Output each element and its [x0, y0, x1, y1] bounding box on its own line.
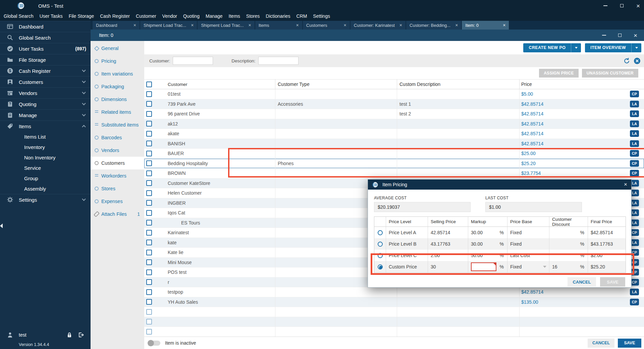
row-checkbox[interactable]: [146, 91, 152, 97]
nav-item[interactable]: General: [91, 42, 144, 55]
sidebar-item[interactable]: Cash Register: [0, 65, 91, 76]
nav-item[interactable]: Customers: [91, 157, 144, 169]
nav-item[interactable]: Item variations: [91, 67, 144, 80]
cell-selling-price[interactable]: 42.85714: [428, 227, 468, 238]
chevron-icon[interactable]: [82, 125, 86, 129]
table-row[interactable]: testpop $42.85714 LA: [144, 287, 644, 297]
menu-item[interactable]: CRM: [293, 11, 310, 21]
dialog-cancel-button[interactable]: CANCEL: [568, 277, 596, 287]
price-base-dropdown-icon[interactable]: [543, 266, 546, 268]
markup-input[interactable]: 50.00: [471, 253, 483, 258]
row-checkbox[interactable]: [146, 210, 152, 216]
tab-close-icon[interactable]: ×: [296, 22, 299, 28]
price-level-row[interactable]: Price Level A 42.85714 30.00 % Fixed: [374, 227, 626, 238]
minimize-icon[interactable]: [603, 5, 607, 6]
cell-price-base[interactable]: Last Cost: [510, 253, 530, 258]
cell-selling-price[interactable]: 30: [428, 261, 468, 272]
cell-selling-price[interactable]: 43.17763: [428, 238, 468, 250]
create-new-po-button[interactable]: CREATE NEW PO: [523, 43, 581, 52]
cancel-button[interactable]: CANCEL: [588, 339, 614, 348]
select-all-checkbox[interactable]: [146, 82, 152, 87]
tab[interactable]: Customer: Karinatest ×: [351, 21, 406, 30]
chevron-icon[interactable]: [82, 90, 86, 94]
nav-item[interactable]: Related items: [91, 106, 144, 118]
row-checkbox[interactable]: [146, 170, 152, 176]
table-row[interactable]: 739 Park Ave Accessories test 1 $42.8571…: [144, 99, 644, 109]
sidebar-item[interactable]: File Storage: [0, 54, 91, 65]
table-row[interactable]: BANISH $42.85714 LA: [144, 139, 644, 149]
menu-item[interactable]: Stores: [243, 11, 263, 21]
price-level-row[interactable]: Custom Price 30 % Fixed: [374, 261, 626, 272]
tab[interactable]: Customer: Bedding... ×: [406, 21, 461, 30]
row-checkbox[interactable]: [146, 160, 152, 166]
price-level-row[interactable]: Price Level B 43.17763 30.00 % Fixed: [374, 238, 626, 250]
tab-close-icon[interactable]: ×: [133, 22, 136, 28]
table-row[interactable]: YH Auto Sales $135.00 CP: [144, 297, 644, 307]
sidebar-item[interactable]: Group: [0, 173, 91, 184]
nav-item[interactable]: Substituted items: [91, 118, 144, 131]
cell-price-base[interactable]: Fixed: [510, 230, 522, 235]
chevron-icon[interactable]: [82, 68, 86, 72]
column-custom-description[interactable]: Custom Description: [397, 80, 519, 89]
row-checkbox[interactable]: [146, 131, 152, 137]
menu-item[interactable]: File Storage: [66, 11, 97, 21]
tab-close-icon[interactable]: ×: [249, 22, 251, 28]
dialog-close-icon[interactable]: ×: [624, 181, 627, 188]
cell-selling-price[interactable]: 2.00: [428, 250, 468, 261]
table-row[interactable]: Bedding Hospitality Phones $25.20 CP: [144, 159, 644, 169]
menu-item[interactable]: User Tasks: [37, 11, 66, 21]
sidebar-item[interactable]: Inventory: [0, 142, 91, 152]
nav-item[interactable]: Barcodes: [91, 131, 144, 144]
sidebar-item[interactable]: User Tasks (897): [0, 43, 91, 54]
table-row[interactable]: [144, 307, 644, 317]
menu-item[interactable]: Cash Register: [97, 11, 133, 21]
tab-close-icon[interactable]: ×: [344, 22, 346, 28]
close-icon[interactable]: ×: [636, 3, 640, 9]
sidebar-item[interactable]: Items: [0, 120, 91, 132]
row-checkbox[interactable]: [146, 141, 152, 146]
row-checkbox[interactable]: [146, 101, 152, 107]
close-icon[interactable]: ×: [634, 32, 637, 39]
row-checkbox[interactable]: [146, 319, 152, 325]
chevron-icon[interactable]: [82, 101, 86, 105]
price-level-radio[interactable]: [378, 264, 383, 269]
sidebar-item[interactable]: Customers: [0, 76, 91, 87]
row-checkbox[interactable]: [146, 259, 152, 265]
markup-input[interactable]: 30.00: [471, 241, 483, 247]
row-checkbox[interactable]: [146, 269, 152, 275]
row-checkbox[interactable]: [146, 279, 152, 285]
row-checkbox[interactable]: [146, 299, 152, 305]
sidebar-item[interactable]: Quoting: [0, 98, 91, 109]
row-checkbox[interactable]: [146, 180, 152, 186]
chevron-icon[interactable]: [82, 197, 86, 201]
table-row[interactable]: [144, 327, 644, 337]
sidebar-item[interactable]: Items List: [0, 132, 91, 142]
chevron-icon[interactable]: [82, 112, 86, 116]
sidebar-collapse-icon[interactable]: [0, 223, 3, 228]
item-overview-button[interactable]: ITEM OVERVIEW: [585, 43, 641, 52]
cell-price-base[interactable]: Fixed: [510, 241, 522, 247]
nav-item[interactable]: Attach Files 1: [91, 208, 144, 220]
create-new-po-dropdown[interactable]: [571, 43, 581, 52]
lock-icon[interactable]: [66, 332, 72, 338]
tab[interactable]: Item: 0 ×: [462, 21, 509, 30]
nav-item[interactable]: Vendors: [91, 144, 144, 157]
table-row[interactable]: 01test $5.00 CP: [144, 89, 644, 99]
customer-filter-input[interactable]: [173, 57, 213, 65]
tab[interactable]: Shipment Load Trac... ×: [140, 21, 197, 30]
sidebar-item[interactable]: Service: [0, 163, 91, 173]
refresh-icon[interactable]: [623, 57, 630, 64]
menu-item[interactable]: Items: [226, 11, 243, 21]
save-button[interactable]: SAVE: [618, 339, 641, 348]
chevron-icon[interactable]: [82, 79, 86, 83]
menu-item[interactable]: Settings: [310, 11, 333, 21]
nav-item[interactable]: Expenses: [91, 195, 144, 208]
table-row[interactable]: [144, 317, 644, 327]
column-customer-type[interactable]: Customer Type: [275, 80, 397, 89]
row-checkbox[interactable]: [146, 329, 152, 335]
sidebar-item[interactable]: Vendors: [0, 87, 91, 98]
unassign-customer-button[interactable]: UNASSIGN CUSTOMER: [582, 69, 638, 78]
sidebar-item[interactable]: Non Inventory: [0, 152, 91, 163]
table-row[interactable]: BROWN $23.7754 CP: [144, 168, 644, 179]
row-checkbox[interactable]: [146, 220, 152, 226]
